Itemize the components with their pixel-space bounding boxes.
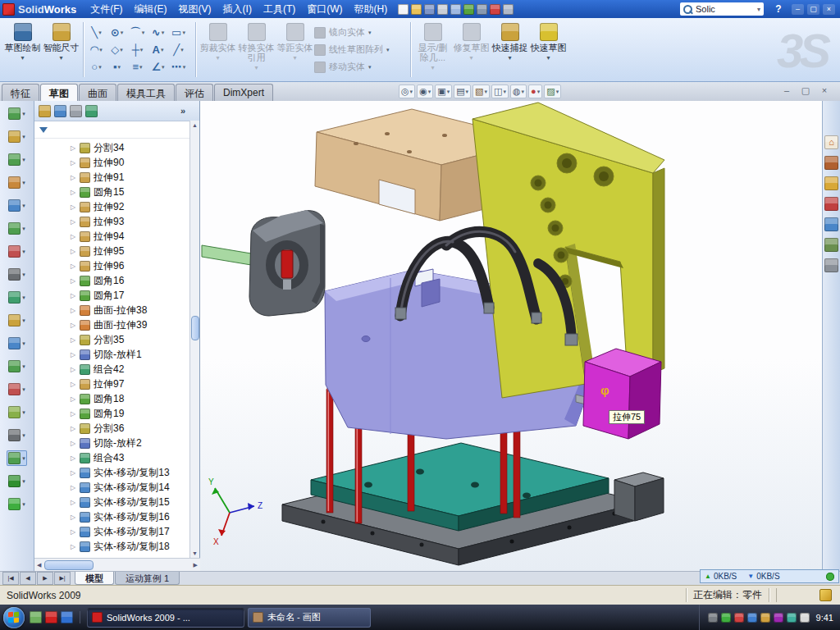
hud-tool-button[interactable]: ▨ ▾ <box>544 84 561 98</box>
toolbar-button[interactable]: ▾ <box>7 290 27 305</box>
sketch-tool-button[interactable]: ╲ ▾ <box>86 24 107 41</box>
tree-item[interactable]: ▷ 曲面-拉伸39 <box>34 317 199 332</box>
dropdown-icon[interactable]: ▾ <box>469 53 472 63</box>
dropdown-icon[interactable]: ▾ <box>22 478 25 485</box>
toolbar-button[interactable]: ▾ <box>7 358 27 374</box>
dropdown-icon[interactable]: ▾ <box>556 89 559 95</box>
expand-arrow-icon[interactable]: ▷ <box>71 174 80 181</box>
scene-icon[interactable] <box>824 238 838 252</box>
dropdown-icon[interactable]: ▾ <box>508 53 511 63</box>
dropdown-icon[interactable]: ▾ <box>22 340 25 347</box>
dropdown-icon[interactable]: ▾ <box>59 53 62 63</box>
minimize-button[interactable]: – <box>792 4 804 15</box>
expand-arrow-icon[interactable]: ▷ <box>71 381 80 388</box>
dropdown-icon[interactable]: ▾ <box>22 111 25 117</box>
tree-item[interactable]: ▷ 拉伸90 <box>34 155 199 170</box>
appearances-icon[interactable] <box>824 217 838 231</box>
tree-item[interactable]: ▷ 分割36 <box>34 421 199 436</box>
dropdown-icon[interactable]: ▾ <box>161 47 164 53</box>
toolbar-button[interactable]: ▾ <box>7 106 27 121</box>
meter-badge-icon[interactable] <box>826 573 834 581</box>
start-button[interactable] <box>3 607 25 628</box>
sketch-tool-button[interactable]: ◇ ▾ <box>107 41 127 58</box>
dropdown-icon[interactable]: ▾ <box>537 89 541 95</box>
dropdown-icon[interactable]: ▾ <box>22 386 25 393</box>
tree-item[interactable]: ▷ 圆角17 <box>34 288 199 303</box>
tree-item[interactable]: ▷ 实体-移动/复制15 <box>34 495 199 509</box>
expand-arrow-icon[interactable]: ▷ <box>71 233 80 240</box>
dropdown-icon[interactable]: ▾ <box>22 409 25 416</box>
dropdown-icon[interactable]: ▾ <box>139 64 143 71</box>
expand-arrow-icon[interactable]: ▷ <box>71 277 80 285</box>
expand-arrow-icon[interactable]: ▷ <box>71 395 80 403</box>
expand-arrow-icon[interactable]: ▷ <box>71 218 80 226</box>
dropdown-icon[interactable]: ▾ <box>22 180 25 186</box>
expand-arrow-icon[interactable]: ▷ <box>71 454 80 462</box>
part-cam-gray[interactable] <box>249 210 325 316</box>
expand-arrow-icon[interactable]: ▷ <box>71 484 80 491</box>
toolbar-button[interactable]: ▾ <box>7 496 27 512</box>
net-speed-meter[interactable]: ▲ 0KB/S ▼ 0KB/S <box>700 569 839 583</box>
document-window-button[interactable]: ▢ <box>800 85 811 96</box>
search-dropdown-icon[interactable]: ▾ <box>757 6 760 13</box>
toolbar-button[interactable]: ▾ <box>7 244 27 259</box>
dropdown-icon[interactable]: ▾ <box>180 47 184 53</box>
tree-item[interactable]: ▷ 拉伸91 <box>34 170 199 185</box>
toolbar-button[interactable]: ▾ <box>7 450 27 466</box>
sketch-tool-button[interactable]: ▭ ▾ <box>168 24 189 41</box>
dropdown-icon[interactable]: ▾ <box>22 203 25 209</box>
ribbon-button[interactable]: 快速草图 ▾ <box>529 20 568 80</box>
part-block-magenta[interactable]: φ <box>583 349 661 439</box>
dropdown-icon[interactable]: ▾ <box>22 157 25 163</box>
dropdown-icon[interactable]: ▾ <box>22 249 25 255</box>
tree-item[interactable]: ▷ 实体-移动/复制18 <box>34 539 199 554</box>
dropdown-icon[interactable]: ▾ <box>21 53 24 63</box>
tree-item[interactable]: ▷ 圆角15 <box>34 185 199 199</box>
scroll-right-icon[interactable]: ▶ <box>194 562 198 568</box>
hud-tool-button[interactable]: ▣ ▾ <box>435 84 452 98</box>
dropdown-icon[interactable]: ▾ <box>410 89 413 95</box>
tab-scroll-button[interactable]: |◀ <box>2 572 19 585</box>
expand-arrow-icon[interactable]: ▷ <box>71 366 80 373</box>
sketch-tool-button[interactable]: ╱ ▾ <box>168 41 189 58</box>
model-tab[interactable]: 模型 <box>75 572 114 585</box>
titlebar-tool-icon[interactable] <box>463 4 474 15</box>
expand-arrow-icon[interactable]: ▷ <box>71 159 80 167</box>
expand-arrow-icon[interactable]: ▷ <box>71 351 80 358</box>
sketch-tool-button[interactable]: ⋯ ▾ <box>168 58 189 75</box>
help-button[interactable]: ? <box>772 3 785 15</box>
ribbon-button[interactable]: 移动实体 ▾ <box>314 60 408 74</box>
file-explorer-icon[interactable] <box>824 176 838 190</box>
toolbar-button[interactable]: ▾ <box>7 404 27 420</box>
expand-arrow-icon[interactable]: ▷ <box>71 425 80 432</box>
ribbon-button[interactable]: 线性草图阵列 ▾ <box>314 43 408 57</box>
dropdown-icon[interactable]: ▾ <box>546 53 550 63</box>
ribbon-button[interactable]: 转换实体引用 ▾ <box>237 20 276 80</box>
dropdown-icon[interactable]: ▾ <box>503 89 506 95</box>
search-value[interactable]: Solic <box>696 4 715 14</box>
scroll-left-icon[interactable]: ◀ <box>37 562 41 568</box>
dropdown-icon[interactable]: ▾ <box>22 294 25 301</box>
menu-item[interactable]: 工具(T) <box>258 1 301 18</box>
sketch-tool-button[interactable]: ┼ ▾ <box>127 41 148 58</box>
scrollbar-thumb[interactable] <box>44 560 94 570</box>
toolbar-button[interactable]: ▾ <box>7 381 27 397</box>
expand-arrow-icon[interactable]: ▷ <box>71 499 80 506</box>
tab-scroll-button[interactable]: ◀ <box>20 572 36 585</box>
menu-item[interactable]: 视图(V) <box>173 1 217 18</box>
commandmanager-tab[interactable]: 特征 <box>2 84 39 101</box>
tray-icon[interactable] <box>747 613 757 623</box>
dropdown-icon[interactable]: ▾ <box>485 89 488 95</box>
tree-item[interactable]: ▷ 实体-移动/复制16 <box>34 509 199 524</box>
expand-arrow-icon[interactable]: ▷ <box>71 248 80 255</box>
expand-arrow-icon[interactable]: ▷ <box>71 262 80 270</box>
tab-scroll-button[interactable]: ▶| <box>54 572 71 585</box>
expand-arrow-icon[interactable]: ▷ <box>71 469 80 477</box>
toolbar-button[interactable]: ▾ <box>7 313 27 328</box>
tree-item[interactable]: ▷ 切除-放样2 <box>34 436 199 450</box>
view-palette-icon[interactable] <box>824 197 838 211</box>
tab-scroll-button[interactable]: ▶ <box>37 572 53 585</box>
dropdown-icon[interactable]: ▾ <box>162 64 165 71</box>
sketch-tool-button[interactable]: ▪ ▾ <box>107 58 127 75</box>
dropdown-icon[interactable]: ▾ <box>98 30 102 36</box>
